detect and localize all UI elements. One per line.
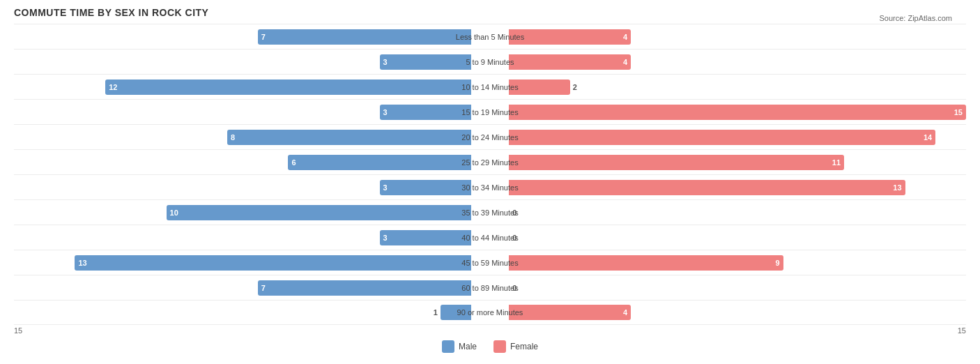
row-label-section: 20 to 24 Minutes [471, 125, 510, 149]
left-section: 7 [14, 24, 471, 49]
female-bar: 4 [509, 54, 631, 70]
left-section: 8 [14, 125, 471, 149]
male-value-inside: 3 [380, 234, 391, 242]
female-bar: 4 [509, 29, 631, 45]
male-bar: 7 [258, 29, 471, 45]
left-section: 1 [14, 301, 471, 324]
right-section: 9 [509, 250, 966, 275]
row-label-section: 10 to 14 Minutes [471, 75, 510, 99]
female-label: Female [510, 342, 538, 351]
female-value-inside: 4 [620, 58, 631, 66]
male-bar: 6 [288, 155, 470, 170]
left-section: 3 [14, 100, 471, 124]
row-label-section: 90 or more Minutes [471, 301, 510, 324]
male-value-outside: 1 [431, 308, 441, 317]
female-bar: 15 [509, 105, 966, 120]
left-section: 3 [14, 175, 471, 199]
male-value-inside: 3 [380, 108, 391, 116]
male-value-inside: 7 [258, 284, 269, 292]
axis-bottom-labels: 15 15 [14, 326, 966, 335]
row-label: 90 or more Minutes [457, 308, 523, 317]
female-value-inside: 13 [889, 183, 905, 192]
chart-row: 7 60 to 89 Minutes 0 [14, 275, 966, 300]
female-bar: 11 [509, 155, 844, 170]
right-section: 4 [509, 301, 966, 324]
chart-row: 7 Less than 5 Minutes 4 [14, 24, 966, 49]
male-value-inside: 7 [258, 33, 269, 41]
axis-right-label: 15 [958, 326, 966, 335]
male-bar: 12 [105, 79, 471, 95]
female-value-inside: 15 [951, 108, 966, 116]
legend-female: Female [493, 340, 538, 353]
row-label: 10 to 14 Minutes [461, 83, 518, 91]
row-label-section: 5 to 9 Minutes [471, 50, 510, 74]
chart-row: 8 20 to 24 Minutes 14 [14, 124, 966, 149]
right-section: 0 [509, 275, 966, 300]
right-section: 2 [509, 75, 966, 99]
row-label-section: 30 to 34 Minutes [471, 175, 510, 199]
row-label: 15 to 19 Minutes [461, 108, 518, 116]
male-value-inside: 8 [227, 133, 238, 142]
right-section: 4 [509, 24, 966, 49]
row-label-section: Less than 5 Minutes [471, 24, 510, 49]
male-value-inside: 12 [105, 83, 121, 91]
left-section: 7 [14, 275, 471, 300]
row-label: 35 to 39 Minutes [461, 208, 518, 217]
left-section: 3 [14, 225, 471, 250]
right-section: 13 [509, 175, 966, 199]
row-label: 20 to 24 Minutes [461, 133, 518, 142]
row-label: 5 to 9 Minutes [466, 58, 514, 66]
right-section: 15 [509, 100, 966, 124]
row-label-section: 45 to 59 Minutes [471, 250, 510, 275]
chart-row: 3 40 to 44 Minutes 0 [14, 225, 966, 250]
source-label: Source: ZipAtlas.com [879, 14, 952, 22]
right-section: 4 [509, 50, 966, 74]
row-label: 45 to 59 Minutes [461, 259, 518, 267]
row-label: Less than 5 Minutes [456, 33, 524, 41]
chart-container: 7 Less than 5 Minutes 4 [14, 24, 966, 353]
right-section: 0 [509, 200, 966, 225]
row-label: 30 to 34 Minutes [461, 183, 518, 192]
chart-row: 12 10 to 14 Minutes 2 [14, 74, 966, 99]
chart-row: 13 45 to 59 Minutes 9 [14, 250, 966, 275]
right-section: 11 [509, 150, 966, 174]
row-label-section: 25 to 29 Minutes [471, 150, 510, 174]
legend-male: Male [442, 340, 477, 353]
female-value-outside: 2 [570, 83, 580, 91]
female-value-inside: 14 [920, 133, 935, 142]
male-value-inside: 10 [167, 208, 182, 217]
male-value-inside: 13 [75, 259, 90, 267]
axis-left-label: 15 [14, 326, 22, 335]
right-section: 0 [509, 225, 966, 250]
left-section: 12 [14, 75, 471, 99]
left-section: 6 [14, 150, 471, 174]
male-bar: 3 [380, 180, 471, 195]
chart-row: 3 15 to 19 Minutes 15 [14, 99, 966, 124]
female-value-inside: 9 [772, 259, 783, 267]
male-swatch [442, 340, 454, 353]
male-bar: 3 [380, 105, 471, 120]
male-value-inside: 3 [380, 58, 391, 66]
chart-row: 3 5 to 9 Minutes 4 [14, 49, 966, 74]
left-section: 10 [14, 200, 471, 225]
row-label: 40 to 44 Minutes [461, 234, 518, 242]
male-value-inside: 6 [288, 158, 299, 167]
female-bar: 14 [509, 130, 935, 145]
left-section: 3 [14, 50, 471, 74]
left-section: 13 [14, 250, 471, 275]
female-bar: 4 [509, 305, 631, 320]
female-swatch [493, 340, 506, 353]
chart-title: COMMUTE TIME BY SEX IN ROCK CITY [14, 7, 966, 18]
female-value-inside: 4 [620, 308, 631, 317]
row-label-section: 60 to 89 Minutes [471, 275, 510, 300]
row-label: 60 to 89 Minutes [461, 284, 518, 292]
row-label-section: 35 to 39 Minutes [471, 200, 510, 225]
male-bar: 3 [380, 54, 471, 70]
row-label-section: 40 to 44 Minutes [471, 225, 510, 250]
chart-row: 6 25 to 29 Minutes 11 [14, 149, 966, 174]
male-label: Male [459, 342, 477, 351]
right-section: 14 [509, 125, 966, 149]
row-label: 25 to 29 Minutes [461, 158, 518, 167]
female-value-inside: 11 [829, 158, 844, 167]
chart-row: 10 35 to 39 Minutes 0 [14, 199, 966, 225]
